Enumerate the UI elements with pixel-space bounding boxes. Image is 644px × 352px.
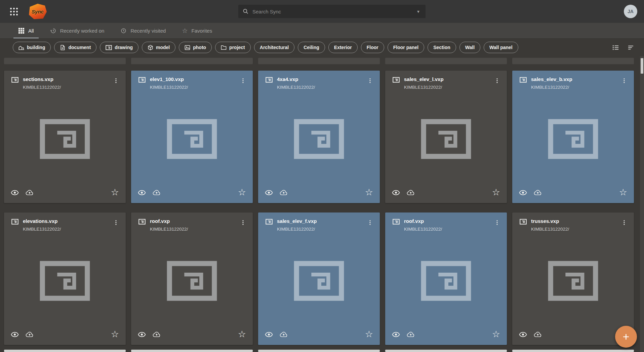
drawing-placeholder-icon <box>39 119 90 159</box>
filter-chip[interactable]: Wall panel <box>484 42 518 53</box>
card-menu-button[interactable] <box>364 76 376 85</box>
preview-button[interactable] <box>519 330 527 339</box>
partial-card[interactable] <box>385 58 507 64</box>
card-menu-button[interactable] <box>491 218 504 227</box>
file-card[interactable]: trusses.vxp KIMBLE13122022/ <box>512 212 634 345</box>
partial-card[interactable] <box>4 58 126 64</box>
card-menu-button[interactable] <box>110 76 122 85</box>
add-button[interactable]: + <box>615 326 637 348</box>
chip-photo[interactable]: photo <box>179 42 212 53</box>
file-card[interactable]: roof.vxp KIMBLE13122022/ <box>385 212 507 345</box>
filter-chip[interactable]: Exterior <box>328 42 358 53</box>
sync-button[interactable] <box>534 330 542 339</box>
filter-chip[interactable]: Floor panel <box>388 42 424 53</box>
scrollbar-thumb[interactable] <box>641 58 643 74</box>
preview-button[interactable] <box>519 189 527 197</box>
sync-button[interactable] <box>153 189 161 197</box>
card-actions: ☆ <box>131 188 253 203</box>
preview-button[interactable] <box>392 330 400 339</box>
partial-card[interactable] <box>258 350 380 352</box>
filter-chip[interactable]: Ceiling <box>298 42 325 53</box>
favorite-button[interactable]: ☆ <box>365 330 373 339</box>
card-menu-button[interactable] <box>110 218 122 227</box>
search-dropdown-caret-icon[interactable]: ▾ <box>415 9 421 14</box>
sync-button[interactable] <box>407 330 415 339</box>
sync-button[interactable] <box>26 330 34 339</box>
card-menu-button[interactable] <box>237 76 249 85</box>
partial-card[interactable] <box>512 58 634 64</box>
tab-recently-visited[interactable]: Recently visited <box>112 23 174 38</box>
avatar[interactable]: JA <box>624 5 637 18</box>
preview-button[interactable] <box>265 330 273 339</box>
file-folder: KIMBLE13122022/ <box>277 85 315 90</box>
chip-drawing[interactable]: drawing <box>100 42 138 53</box>
card-menu-button[interactable] <box>364 218 376 227</box>
cloud-upload-icon <box>534 189 542 197</box>
file-card[interactable]: 4xa4.vxp KIMBLE13122022/ <box>258 71 380 203</box>
eye-icon <box>265 330 273 339</box>
chip-model[interactable]: model <box>142 42 175 53</box>
preview-button[interactable] <box>392 189 400 197</box>
preview-button[interactable] <box>138 189 146 197</box>
card-menu-button[interactable] <box>618 218 631 227</box>
app-launcher-button[interactable] <box>7 5 21 18</box>
partial-card[interactable] <box>131 58 253 64</box>
sync-button[interactable] <box>280 330 288 339</box>
chip-document[interactable]: document <box>54 42 96 53</box>
sync-button[interactable] <box>153 330 161 339</box>
sync-button[interactable] <box>280 189 288 197</box>
file-card[interactable]: sales_elev_l.vxp KIMBLE13122022/ <box>385 71 507 203</box>
file-card[interactable]: elevations.vxp KIMBLE13122022/ <box>4 212 126 345</box>
card-menu-button[interactable] <box>491 76 504 85</box>
card-menu-button[interactable] <box>237 218 249 227</box>
favorite-button[interactable]: ☆ <box>619 188 627 197</box>
sync-button[interactable] <box>534 189 542 197</box>
favorite-button[interactable]: ☆ <box>365 188 373 197</box>
partial-card[interactable] <box>131 350 253 352</box>
favorite-button[interactable]: ☆ <box>111 330 119 339</box>
partial-card[interactable] <box>512 350 634 352</box>
favorite-button[interactable]: ☆ <box>492 330 500 339</box>
sync-button[interactable] <box>26 189 34 197</box>
card-header: sales_elev_l.vxp KIMBLE13122022/ <box>385 71 507 90</box>
favorite-button[interactable]: ☆ <box>238 188 246 197</box>
chip-project[interactable]: project <box>215 42 251 53</box>
filter-chip[interactable]: Architectural <box>254 42 294 53</box>
favorite-button[interactable]: ☆ <box>238 330 246 339</box>
file-card[interactable]: sales_elev_f.vxp KIMBLE13122022/ <box>258 212 380 345</box>
tab-recently-worked-on[interactable]: Recently worked on <box>42 23 113 38</box>
preview-button[interactable] <box>11 330 19 339</box>
list-view-button[interactable] <box>612 44 619 51</box>
filter-chip[interactable]: Section <box>428 42 456 53</box>
sync-logo[interactable]: Sync <box>29 4 47 19</box>
partial-card[interactable] <box>258 58 380 64</box>
file-card[interactable]: roof.vxp KIMBLE13122022/ <box>131 212 253 345</box>
search-bar[interactable]: ▾ <box>238 5 426 18</box>
file-card[interactable]: sections.vxp KIMBLE13122022/ <box>4 71 126 203</box>
sync-button[interactable] <box>407 189 415 197</box>
card-header: 4xa4.vxp KIMBLE13122022/ <box>258 71 380 90</box>
file-thumbnail <box>131 232 253 330</box>
scrollbar[interactable] <box>640 56 644 352</box>
favorite-button[interactable]: ☆ <box>111 188 119 197</box>
file-card[interactable]: sales_elev_b.vxp KIMBLE13122022/ <box>512 71 634 203</box>
filter-chip[interactable]: Floor <box>361 42 384 53</box>
partial-card[interactable] <box>385 350 507 352</box>
favorite-button[interactable]: ☆ <box>492 188 500 197</box>
preview-button[interactable] <box>11 189 19 197</box>
tab-favorites[interactable]: ☆ Favorites <box>174 23 220 38</box>
filter-chip[interactable]: Wall <box>459 42 480 53</box>
sort-button[interactable] <box>628 44 635 51</box>
search-input[interactable] <box>252 9 412 14</box>
file-card[interactable]: elev1_100.vxp KIMBLE13122022/ <box>131 71 253 203</box>
card-header: sections.vxp KIMBLE13122022/ <box>4 71 126 90</box>
tab-all[interactable]: All <box>10 23 42 38</box>
chip-building[interactable]: building <box>13 42 51 53</box>
preview-button[interactable] <box>265 189 273 197</box>
kebab-menu-icon <box>113 77 119 84</box>
drawing-file-icon <box>266 219 273 225</box>
preview-button[interactable] <box>138 330 146 339</box>
partial-card[interactable] <box>4 350 126 352</box>
kebab-menu-icon <box>367 219 373 226</box>
card-menu-button[interactable] <box>618 76 631 85</box>
